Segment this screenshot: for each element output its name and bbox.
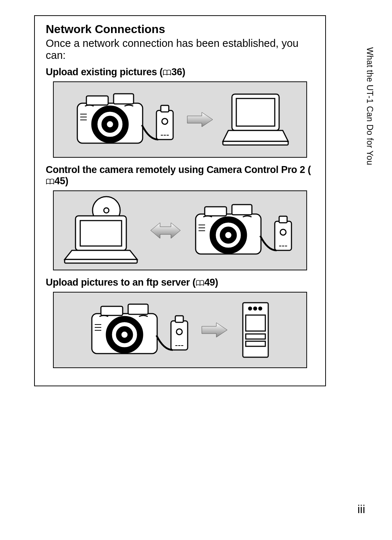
svg-point-9	[162, 118, 168, 124]
page-ref: 45	[54, 176, 65, 186]
feature-heading-remote-control: Control the camera remotely using Camera…	[46, 164, 314, 187]
book-icon	[163, 69, 171, 76]
illustration-ftp-upload	[53, 292, 307, 368]
intro-text: Once a network connection has been estab…	[46, 37, 314, 61]
svg-point-40	[249, 307, 252, 310]
feature-label: Upload existing pictures (	[46, 67, 163, 77]
svg-rect-44	[246, 341, 265, 346]
feature-label-suffix: )	[182, 67, 185, 77]
feature-label-suffix: )	[215, 277, 218, 288]
svg-rect-1	[86, 96, 108, 105]
arrow-bidirectional-icon	[149, 221, 182, 241]
svg-rect-17	[65, 259, 137, 263]
laptop-icon	[221, 90, 290, 149]
camera-with-transmitter-icon	[70, 89, 179, 150]
svg-point-14	[104, 208, 109, 213]
book-icon	[46, 178, 54, 185]
laptop-with-disc-icon	[63, 196, 143, 265]
svg-rect-12	[223, 141, 288, 145]
svg-point-42	[259, 307, 262, 310]
illustration-upload-pictures	[53, 81, 307, 158]
svg-rect-16	[80, 221, 122, 246]
svg-point-41	[254, 307, 257, 310]
content-box: Network Connections Once a network conne…	[34, 15, 326, 386]
svg-point-37	[176, 329, 182, 335]
illustration-remote-control	[53, 190, 307, 270]
svg-rect-39	[246, 315, 265, 331]
svg-point-6	[106, 121, 114, 128]
svg-rect-19	[205, 207, 226, 216]
camera-with-transmitter-icon	[85, 299, 193, 361]
svg-rect-20	[232, 205, 252, 215]
page-ref: 36	[171, 67, 182, 77]
feature-label-suffix: )	[65, 176, 68, 186]
svg-rect-8	[161, 105, 169, 112]
svg-point-27	[280, 229, 286, 235]
svg-rect-29	[101, 306, 123, 315]
svg-rect-11	[236, 98, 275, 126]
page-ref: 49	[204, 277, 215, 288]
svg-point-24	[225, 231, 232, 239]
manual-page: Network Connections Once a network conne…	[0, 0, 392, 540]
arrow-right-icon	[185, 110, 215, 129]
svg-rect-30	[128, 304, 148, 314]
feature-label: Control the camera remotely using Camera…	[46, 164, 311, 175]
svg-point-34	[121, 331, 128, 338]
svg-rect-43	[246, 334, 265, 339]
feature-label: Upload pictures to an ftp server (	[46, 277, 196, 288]
camera-with-transmitter-icon	[188, 200, 297, 261]
side-tab: What the UT-1 Can Do for You	[365, 47, 375, 165]
section-title: Network Connections	[46, 23, 314, 36]
svg-rect-2	[114, 94, 134, 104]
feature-heading-upload: Upload existing pictures (36)	[46, 67, 314, 78]
feature-heading-ftp: Upload pictures to an ftp server (49)	[46, 277, 314, 288]
page-number: iii	[358, 503, 365, 516]
book-icon	[196, 280, 204, 286]
svg-rect-36	[175, 316, 183, 322]
arrow-right-icon	[200, 321, 229, 339]
server-tower-icon	[236, 299, 275, 361]
svg-rect-26	[279, 216, 287, 223]
